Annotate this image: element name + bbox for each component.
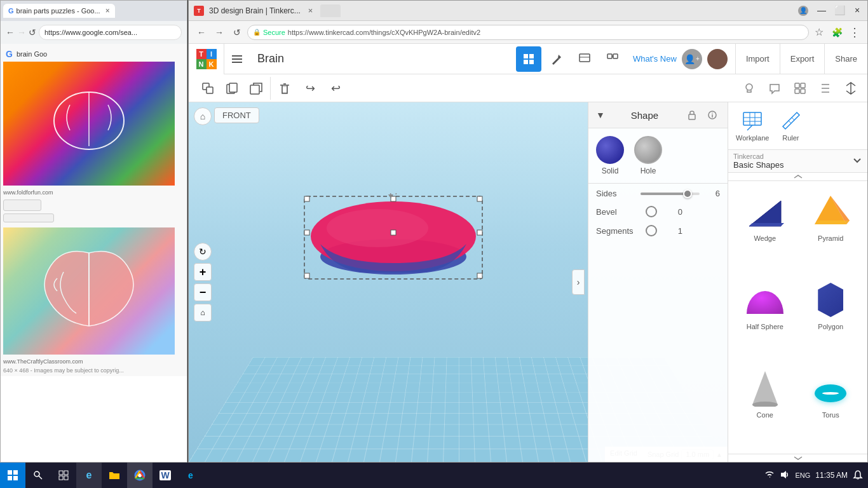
taskbar-search[interactable] bbox=[25, 463, 51, 488]
url-bar[interactable]: 🔒 Secure https://www.tinkercad.com/thing… bbox=[247, 25, 809, 40]
project-name[interactable]: Brain bbox=[250, 52, 292, 65]
copy-workplane-button[interactable] bbox=[196, 77, 219, 100]
blocks-tool-button[interactable] bbox=[600, 46, 625, 72]
reload-button[interactable]: ↺ bbox=[229, 25, 245, 40]
group-button[interactable] bbox=[789, 77, 811, 100]
taskbar-word[interactable]: W bbox=[153, 463, 178, 488]
extensions-button[interactable]: 🧩 bbox=[829, 25, 844, 40]
chrome-bg-tab[interactable]: G brain parts puzzles - Goo... × bbox=[3, 4, 115, 18]
comment-button[interactable] bbox=[763, 77, 786, 100]
notification-icon[interactable] bbox=[853, 470, 863, 482]
bevel-radio[interactable] bbox=[646, 206, 657, 217]
start-button[interactable] bbox=[0, 463, 25, 488]
svg-rect-65 bbox=[13, 476, 18, 480]
zoom-in-button[interactable]: + bbox=[194, 263, 212, 281]
svg-rect-7 bbox=[529, 54, 534, 58]
polygon-thumbnail bbox=[810, 280, 851, 320]
export-button[interactable]: Export bbox=[780, 44, 825, 74]
add-user-button[interactable]: 👤 + bbox=[682, 49, 702, 69]
forward-button[interactable]: → bbox=[212, 25, 227, 40]
segments-radio[interactable] bbox=[646, 225, 657, 236]
brain-svg bbox=[301, 193, 485, 282]
undo-button[interactable]: ↩ bbox=[299, 77, 322, 100]
grid-view-button[interactable] bbox=[516, 46, 541, 72]
taskbar-chrome[interactable] bbox=[127, 463, 153, 488]
build-tool-button[interactable] bbox=[544, 46, 569, 72]
taskbar-edge[interactable]: e bbox=[178, 463, 203, 488]
minimize-button[interactable]: — bbox=[817, 5, 827, 15]
shape-panel-collapse[interactable]: ▼ bbox=[596, 110, 605, 120]
action-buttons: Import Export Share bbox=[735, 44, 867, 74]
taskbar-ie[interactable]: e bbox=[76, 463, 102, 488]
bookmark-button[interactable]: ☆ bbox=[811, 25, 827, 40]
viewport-zoom-controls: ↻ + − ⌂ bbox=[194, 243, 212, 322]
code-tool-button[interactable] bbox=[572, 46, 597, 72]
home-view-button[interactable]: ⌂ bbox=[194, 107, 212, 125]
titlebar-left: T 3D design Brain | Tinkerc... × bbox=[194, 4, 341, 17]
tinkercad-logo[interactable]: T I N K bbox=[189, 44, 224, 74]
ruler-button[interactable]: Ruler bbox=[776, 107, 804, 144]
expand-panel-button[interactable]: › bbox=[572, 269, 585, 295]
info-button[interactable] bbox=[705, 107, 720, 123]
cone-svg bbox=[751, 370, 779, 407]
pyramid-label: Pyramid bbox=[818, 234, 843, 242]
delete-button[interactable] bbox=[273, 77, 296, 100]
share-button[interactable]: Share bbox=[825, 44, 867, 74]
taskbar-explorer[interactable] bbox=[102, 463, 127, 488]
align-button[interactable] bbox=[814, 77, 837, 100]
copy-icon bbox=[249, 81, 263, 95]
user-avatar[interactable] bbox=[707, 49, 728, 69]
cone-thumbnail bbox=[745, 368, 785, 409]
import-button[interactable]: Import bbox=[736, 44, 780, 74]
workplane-icon bbox=[741, 110, 764, 133]
volume-icon[interactable] bbox=[780, 470, 790, 482]
workplane-svg bbox=[741, 110, 764, 133]
shape-panel-header: ▼ Shape bbox=[588, 102, 728, 128]
sides-thumb[interactable] bbox=[683, 189, 692, 198]
workplane-button[interactable]: Workplane bbox=[733, 107, 771, 144]
menu-icon[interactable] bbox=[224, 44, 250, 74]
network-icon[interactable] bbox=[764, 470, 775, 482]
brain-3d-object[interactable] bbox=[301, 193, 485, 285]
solid-type-button[interactable]: Solid bbox=[596, 136, 624, 175]
viewport[interactable]: FRONT ⌂ ↻ + − ⌂ bbox=[189, 102, 728, 462]
zoom-out-button[interactable]: − bbox=[194, 283, 212, 301]
sides-slider[interactable] bbox=[641, 193, 700, 195]
shape-item-halfsphere[interactable]: Half Sphere bbox=[733, 274, 797, 360]
library-dropdown-button[interactable] bbox=[852, 155, 862, 168]
rotate-view-button[interactable]: ↻ bbox=[194, 243, 212, 261]
group-icon bbox=[794, 82, 806, 95]
svg-rect-70 bbox=[59, 476, 63, 480]
whats-new-button[interactable]: What's New bbox=[633, 54, 677, 64]
lock-button[interactable] bbox=[684, 107, 700, 123]
halfsphere-label: Half Sphere bbox=[747, 323, 783, 330]
header-right: What's New 👤 + bbox=[625, 49, 735, 69]
taskbar: e W e bbox=[0, 463, 868, 488]
copy-button[interactable] bbox=[245, 77, 268, 100]
hole-type-button[interactable]: Hole bbox=[634, 136, 662, 175]
lock-icon bbox=[687, 110, 697, 120]
menu-button[interactable]: ⋮ bbox=[847, 25, 862, 40]
taskbar-taskview[interactable] bbox=[51, 463, 76, 488]
solid-circle bbox=[596, 136, 624, 164]
tinkercad-navbar: ← → ↺ 🔒 Secure https://www.tinkercad.com… bbox=[189, 21, 867, 44]
taskview-icon bbox=[58, 470, 69, 480]
shape-item-polygon[interactable]: Polygon bbox=[799, 274, 863, 360]
back-button[interactable]: ← bbox=[194, 25, 209, 40]
shape-item-wedge[interactable]: Wedge bbox=[733, 186, 797, 272]
duplicate-button[interactable] bbox=[220, 77, 243, 100]
svg-rect-24 bbox=[795, 89, 799, 93]
close-button[interactable]: × bbox=[852, 5, 862, 15]
shape-item-torus[interactable]: Torus bbox=[799, 363, 863, 449]
wifi-icon bbox=[764, 470, 775, 480]
shape-item-pyramid[interactable]: Pyramid bbox=[799, 186, 863, 272]
shape-item-cone[interactable]: Cone bbox=[733, 363, 797, 449]
home-button[interactable]: ⌂ bbox=[194, 304, 212, 322]
close-tab-btn[interactable]: × bbox=[308, 6, 313, 15]
maximize-button[interactable]: ⬜ bbox=[834, 5, 844, 15]
speaker-icon bbox=[780, 470, 790, 480]
mirror-button[interactable] bbox=[839, 77, 862, 100]
user-icon-titlebar[interactable]: 👤 bbox=[797, 5, 809, 17]
redo-button[interactable]: ↩ bbox=[324, 77, 347, 100]
lightbulb-button[interactable] bbox=[738, 77, 761, 100]
